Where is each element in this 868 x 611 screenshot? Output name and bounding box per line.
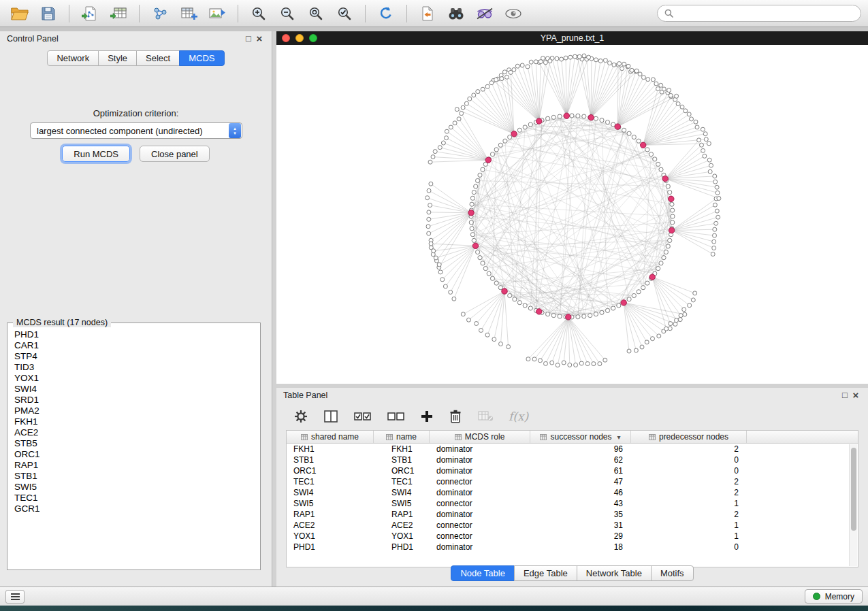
table-row[interactable]: STB1STB1dominator620 [287,455,858,465]
leaf-node[interactable] [634,69,639,73]
leaf-node[interactable] [500,77,504,81]
leaf-node[interactable] [673,322,677,326]
ring-node[interactable] [670,202,674,206]
leaf-node[interactable] [472,93,476,97]
leaf-node[interactable] [700,143,704,147]
leaf-node[interactable] [433,150,437,154]
ring-node[interactable] [668,238,672,242]
leaf-node[interactable] [651,78,655,82]
ring-node[interactable] [611,306,615,310]
leaf-node[interactable] [715,209,719,213]
leaf-node[interactable] [534,60,538,64]
leaf-node[interactable] [707,158,711,162]
leaf-node[interactable] [693,291,697,295]
ring-node[interactable] [664,250,668,254]
ring-node[interactable] [481,167,485,171]
ring-node[interactable] [470,233,475,237]
ring-node[interactable] [641,286,645,290]
mcds-result-item[interactable]: PHD1 [14,329,260,340]
mcds-result-item[interactable]: STB5 [14,438,260,449]
dominator-node[interactable] [564,113,569,118]
table-row[interactable]: ORC1ORC1dominator610 [287,465,858,476]
dominator-node[interactable] [649,274,655,280]
memory-button[interactable]: Memory [805,589,863,604]
leaf-node[interactable] [716,215,720,219]
mcds-result-item[interactable]: STP4 [14,351,260,362]
dominator-node[interactable] [669,227,674,233]
ring-node[interactable] [627,131,631,135]
leaf-node[interactable] [437,263,441,267]
search-box[interactable] [657,5,861,22]
table-row[interactable]: SWI5SWI5connector431 [287,498,858,509]
leaf-node[interactable] [445,136,449,140]
leaf-node[interactable] [455,108,459,112]
leaf-node[interactable] [449,290,453,294]
mcds-result-item[interactable]: RAP1 [14,460,260,471]
leaf-node[interactable] [709,163,713,167]
table-settings-button[interactable] [293,408,309,425]
ring-node[interactable] [605,308,609,312]
leaf-node[interactable] [712,240,716,244]
mcds-result-item[interactable]: TEC1 [14,493,260,503]
ring-node[interactable] [508,293,512,297]
ring-node[interactable] [474,184,478,188]
ring-node[interactable] [656,162,660,166]
unselect-all-columns-button[interactable] [386,411,406,423]
mcds-result-item[interactable]: GCR1 [14,503,260,514]
leaf-node[interactable] [617,62,622,66]
leaf-node[interactable] [641,76,645,80]
create-column-button[interactable] [419,409,434,424]
tab-select[interactable]: Select [136,50,180,66]
leaf-node[interactable] [539,359,543,363]
hide-details-button[interactable] [472,3,498,24]
leaf-node[interactable] [560,57,564,61]
ring-node[interactable] [523,303,527,308]
leaf-node[interactable] [626,64,630,68]
leaf-node[interactable] [711,252,715,257]
ring-node[interactable] [551,115,556,119]
leaf-node[interactable] [662,87,666,91]
ring-node[interactable] [483,267,487,271]
leaf-node[interactable] [690,117,694,121]
leaf-node[interactable] [701,127,705,131]
leaf-node[interactable] [682,308,686,312]
leaf-node[interactable] [548,59,552,63]
leaf-node[interactable] [494,78,498,82]
leaf-node[interactable] [574,363,578,367]
ring-node[interactable] [472,238,476,242]
dominator-node[interactable] [588,115,594,120]
ring-node[interactable] [666,244,670,248]
ring-node[interactable] [671,220,675,225]
leaf-node[interactable] [656,87,660,91]
import-table-file-button[interactable] [106,3,131,24]
dominator-node[interactable] [566,314,571,320]
ring-node[interactable] [622,128,626,132]
leaf-node[interactable] [585,362,590,366]
ring-node[interactable] [503,139,507,143]
ring-node[interactable] [469,220,473,225]
leaf-node[interactable] [675,318,679,323]
leaf-node[interactable] [440,278,445,282]
new-network-button[interactable] [147,3,173,24]
leaf-node[interactable] [598,59,602,63]
ring-node[interactable] [513,297,517,301]
dominator-node[interactable] [536,118,542,124]
save-session-button[interactable] [35,3,61,24]
leaf-node[interactable] [479,329,483,333]
ring-node[interactable] [478,256,482,260]
ring-node[interactable] [498,286,502,290]
mcds-result-item[interactable]: ORC1 [14,449,260,460]
leaf-node[interactable] [679,314,683,318]
leaf-node[interactable] [429,242,433,246]
leaf-node[interactable] [640,345,644,349]
leaf-node[interactable] [694,120,698,124]
leaf-node[interactable] [443,284,447,288]
leaf-node[interactable] [713,174,717,178]
dominator-node[interactable] [615,124,620,129]
leaf-node[interactable] [429,182,433,186]
leaf-node[interactable] [568,55,573,59]
column-header-predecessor-nodes[interactable]: predecessor nodes [631,431,747,443]
leaf-node[interactable] [622,62,626,66]
ring-node[interactable] [662,256,666,260]
column-header-mcds-role[interactable]: MCDS role [430,431,530,443]
